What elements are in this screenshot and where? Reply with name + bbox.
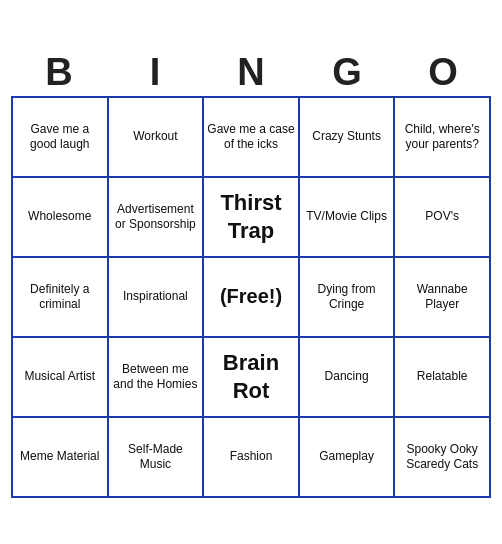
bingo-letter-i: I bbox=[111, 51, 199, 94]
bingo-cell-8[interactable]: TV/Movie Clips bbox=[300, 178, 396, 258]
bingo-letter-o: O bbox=[399, 51, 487, 94]
bingo-letter-b: B bbox=[15, 51, 103, 94]
bingo-cell-23[interactable]: Gameplay bbox=[300, 418, 396, 498]
bingo-cell-18[interactable]: Dancing bbox=[300, 338, 396, 418]
bingo-cell-15[interactable]: Musical Artist bbox=[13, 338, 109, 418]
bingo-cell-10[interactable]: Definitely a criminal bbox=[13, 258, 109, 338]
bingo-cell-1[interactable]: Workout bbox=[109, 98, 205, 178]
bingo-card: BINGO Gave me a good laughWorkoutGave me… bbox=[11, 47, 491, 498]
bingo-cell-16[interactable]: Between me and the Homies bbox=[109, 338, 205, 418]
bingo-cell-20[interactable]: Meme Material bbox=[13, 418, 109, 498]
bingo-cell-22[interactable]: Fashion bbox=[204, 418, 300, 498]
bingo-cell-9[interactable]: POV's bbox=[395, 178, 491, 258]
bingo-cell-3[interactable]: Crazy Stunts bbox=[300, 98, 396, 178]
bingo-cell-19[interactable]: Relatable bbox=[395, 338, 491, 418]
bingo-cell-17[interactable]: Brain Rot bbox=[204, 338, 300, 418]
bingo-cell-11[interactable]: Inspirational bbox=[109, 258, 205, 338]
bingo-cell-6[interactable]: Advertisement or Sponsorship bbox=[109, 178, 205, 258]
bingo-cell-5[interactable]: Wholesome bbox=[13, 178, 109, 258]
bingo-header: BINGO bbox=[11, 47, 491, 96]
bingo-cell-7[interactable]: Thirst Trap bbox=[204, 178, 300, 258]
bingo-letter-n: N bbox=[207, 51, 295, 94]
bingo-grid: Gave me a good laughWorkoutGave me a cas… bbox=[11, 96, 491, 498]
bingo-cell-24[interactable]: Spooky Ooky Scaredy Cats bbox=[395, 418, 491, 498]
bingo-cell-12[interactable]: (Free!) bbox=[204, 258, 300, 338]
bingo-cell-4[interactable]: Child, where's your parents? bbox=[395, 98, 491, 178]
bingo-cell-21[interactable]: Self-Made Music bbox=[109, 418, 205, 498]
bingo-letter-g: G bbox=[303, 51, 391, 94]
bingo-cell-0[interactable]: Gave me a good laugh bbox=[13, 98, 109, 178]
bingo-cell-14[interactable]: Wannabe Player bbox=[395, 258, 491, 338]
bingo-cell-13[interactable]: Dying from Cringe bbox=[300, 258, 396, 338]
bingo-cell-2[interactable]: Gave me a case of the icks bbox=[204, 98, 300, 178]
